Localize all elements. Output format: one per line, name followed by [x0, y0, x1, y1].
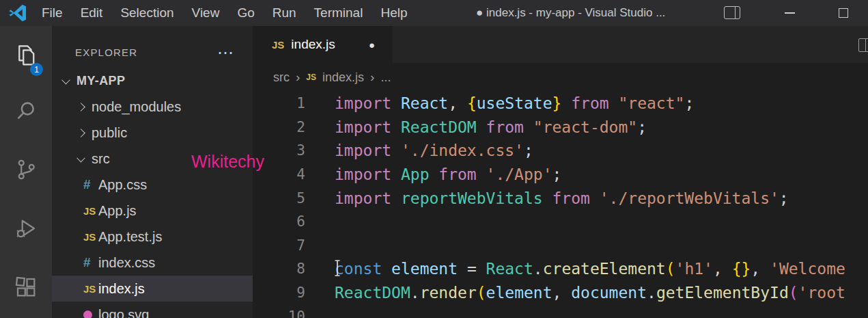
watermark: Wikitechy — [191, 152, 264, 172]
breadcrumb-src[interactable]: src — [273, 70, 290, 85]
minimize-button[interactable] — [774, 0, 805, 26]
js-file-icon: JS — [83, 283, 98, 295]
maximize-button[interactable] — [828, 0, 859, 26]
editor-area: JS index.js ● src › JS index.js › ... 1i… — [253, 26, 868, 318]
code-line-2[interactable]: 2import ReactDOM from "react-dom"; — [253, 116, 868, 140]
sidebar-header: EXPLORER ⋯ — [52, 26, 253, 68]
code-line-7[interactable]: 7 — [253, 234, 868, 258]
file-label: App.css — [98, 177, 147, 193]
activitybar-search[interactable] — [0, 83, 52, 138]
code-text: import reportWebVitals from './reportWeb… — [305, 189, 789, 207]
code-text: import React, {useState} from "react"; — [305, 94, 694, 112]
menu-view[interactable]: View — [183, 0, 229, 26]
menu-file[interactable]: File — [33, 0, 72, 26]
menu-run[interactable]: Run — [264, 0, 305, 26]
css-file-icon: # — [83, 177, 98, 192]
file-tree: node_modulespublicsrc#App.cssJSApp.jsJSA… — [52, 94, 253, 318]
file-label: node_modules — [92, 99, 181, 115]
chevron-right-icon — [76, 129, 85, 137]
line-number: 6 — [253, 213, 305, 230]
file-label: index.js — [98, 281, 145, 297]
activity-bar: 1 — [0, 26, 52, 318]
layout-glyph — [724, 6, 740, 19]
file-label: src — [92, 151, 110, 167]
activitybar-extensions[interactable] — [0, 260, 52, 315]
js-file-icon: JS — [83, 231, 98, 243]
tree-item-index-js[interactable]: JSindex.js — [52, 276, 253, 302]
explorer-badge: 1 — [30, 63, 43, 76]
css-file-icon: # — [83, 255, 98, 270]
tree-item-app-test-js[interactable]: JSApp.test.js — [52, 224, 253, 250]
code-text: import App from './App'; — [305, 165, 561, 183]
file-label: App.js — [98, 203, 137, 219]
activitybar-source-control[interactable] — [0, 142, 52, 197]
window-title: ● index.js - my-app - Visual Studio ... — [476, 0, 665, 26]
code-line-9[interactable]: 9ReactDOM.render(element, document.getEl… — [253, 281, 868, 305]
code-text: import './index.css'; — [305, 142, 533, 159]
menu-go[interactable]: Go — [228, 0, 263, 26]
extensions-icon — [14, 275, 38, 300]
text-cursor-icon — [333, 259, 341, 280]
tree-root-my-app[interactable]: MY-APP — [52, 68, 253, 94]
breadcrumb: src › JS index.js › ... — [253, 63, 868, 92]
chevron-right-icon — [76, 103, 85, 111]
code-line-6[interactable]: 6 — [253, 210, 868, 234]
tree-item-app-css[interactable]: #App.css — [52, 172, 253, 198]
code-text: import ReactDOM from "react-dom"; — [305, 118, 647, 136]
breadcrumb-index-js[interactable]: index.js — [322, 70, 364, 85]
tree-item-app-js[interactable]: JSApp.js — [52, 198, 253, 224]
activitybar-run-debug[interactable] — [0, 201, 52, 256]
code-line-8[interactable]: 8const element = React.createElement('h1… — [253, 257, 868, 281]
modified-dot-icon: ● — [369, 39, 375, 51]
line-number: 7 — [253, 237, 305, 254]
tree-item-node-modules[interactable]: node_modules — [52, 94, 253, 120]
line-number: 2 — [253, 119, 305, 135]
search-icon — [14, 98, 38, 123]
js-file-icon: JS — [272, 39, 284, 51]
activitybar-explorer[interactable]: 1 — [0, 26, 52, 83]
code-line-1[interactable]: 1import React, {useState} from "react"; — [253, 92, 868, 116]
code-line-10[interactable]: 10 — [253, 304, 868, 318]
maximize-icon — [839, 8, 848, 18]
code-line-4[interactable]: 4import App from './App'; — [253, 163, 868, 187]
file-label: public — [92, 125, 127, 141]
menu-selection[interactable]: Selection — [111, 0, 182, 26]
minimize-icon — [785, 12, 795, 14]
run-debug-icon — [14, 216, 38, 241]
line-number: 10 — [253, 308, 305, 318]
source-control-icon — [14, 157, 38, 182]
file-label: index.css — [98, 255, 155, 271]
tree-item-index-css[interactable]: #index.css — [52, 250, 253, 276]
vscode-logo-icon — [8, 3, 27, 23]
more-actions-icon[interactable]: ⋯ — [217, 49, 234, 56]
code-text: const element = React.createElement('h1'… — [305, 260, 845, 278]
file-label: App.test.js — [98, 229, 162, 245]
tab-index-js[interactable]: JS index.js ● — [253, 26, 393, 63]
tree-item-public[interactable]: public — [52, 120, 253, 146]
breadcrumb-more[interactable]: ... — [380, 70, 391, 85]
explorer-sidebar: EXPLORER ⋯ MY-APP node_modulespublicsrc#… — [52, 26, 253, 318]
svg-file-icon — [83, 310, 98, 318]
js-file-icon: JS — [83, 205, 98, 217]
code-line-3[interactable]: 3import './index.css'; — [253, 139, 868, 163]
menu-edit[interactable]: Edit — [72, 0, 112, 26]
menu-bar: FileEditSelectionViewGoRunTerminalHelp — [33, 0, 417, 26]
code-area[interactable]: 1import React, {useState} from "react";2… — [253, 92, 868, 318]
code-text: ReactDOM.render(element, document.getEle… — [305, 284, 845, 302]
chevron-right-icon: › — [296, 70, 300, 85]
split-editor-icon[interactable] — [858, 38, 868, 52]
menu-terminal[interactable]: Terminal — [305, 0, 372, 26]
file-label: logo.svg — [98, 307, 150, 318]
tab-label: index.js — [291, 37, 335, 52]
layout-icon[interactable] — [724, 6, 742, 20]
menu-help[interactable]: Help — [372, 0, 416, 26]
code-line-5[interactable]: 5import reportWebVitals from './reportWe… — [253, 186, 868, 210]
tab-bar: JS index.js ● — [253, 26, 868, 63]
chevron-down-icon — [61, 75, 70, 84]
chevron-down-icon — [76, 153, 85, 162]
root-folder-label: MY-APP — [76, 74, 125, 88]
line-number: 9 — [253, 284, 305, 301]
chevron-right-icon: › — [370, 70, 374, 85]
sidebar-title: EXPLORER — [75, 47, 137, 58]
tree-item-logo-svg[interactable]: logo.svg — [52, 302, 253, 318]
